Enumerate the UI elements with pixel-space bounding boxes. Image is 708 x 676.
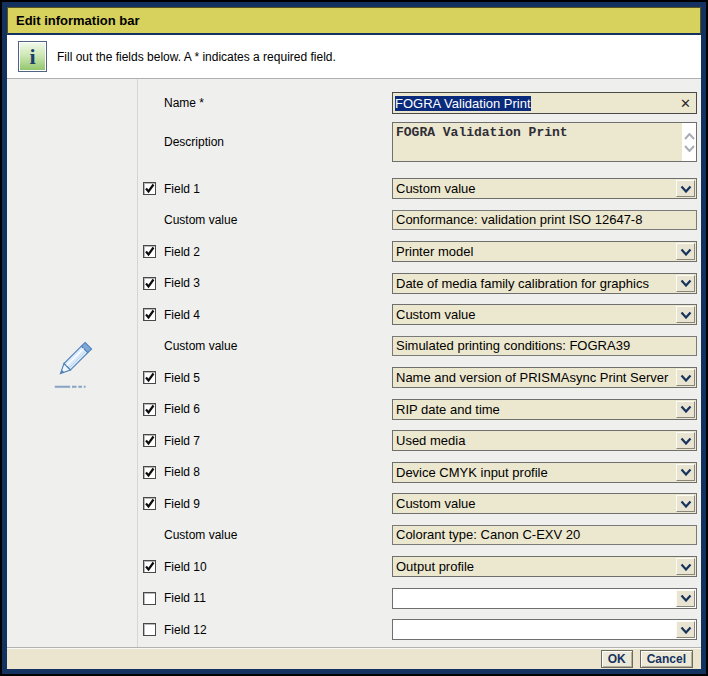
custom-value-row: Custom valueColorant type: Canon C-EXV 2… bbox=[138, 520, 701, 552]
field-4-checkbox[interactable] bbox=[143, 308, 156, 321]
scroll-up-icon[interactable] bbox=[684, 133, 695, 140]
field-12-checkbox[interactable] bbox=[143, 623, 156, 636]
field-8-checkbox[interactable] bbox=[143, 466, 156, 479]
field-7-dropdown[interactable]: Used media bbox=[392, 430, 697, 451]
dropdown-arrow-button[interactable] bbox=[676, 558, 695, 575]
field-7-checkbox[interactable] bbox=[143, 434, 156, 447]
row-label-group: Field 2 bbox=[138, 245, 392, 259]
field-6-dropdown[interactable]: RIP date and time bbox=[392, 399, 697, 420]
chevron-down-icon bbox=[680, 563, 692, 571]
name-input[interactable]: FOGRA Validation Print ✕ bbox=[392, 92, 697, 114]
field-row: Field 11 bbox=[138, 583, 701, 615]
custom-value-input[interactable]: Colorant type: Canon C-EXV 20 bbox=[392, 525, 697, 545]
dropdown-arrow-button[interactable] bbox=[676, 306, 695, 323]
custom-value-label: Custom value bbox=[164, 339, 237, 353]
pencil-icon bbox=[43, 334, 101, 396]
dropdown-arrow-button[interactable] bbox=[676, 495, 695, 512]
dropdown-arrow-button[interactable] bbox=[676, 621, 695, 638]
clear-icon[interactable]: ✕ bbox=[680, 97, 691, 110]
dropdown-value: Used media bbox=[393, 433, 676, 448]
dropdown-value: Output profile bbox=[393, 559, 676, 574]
field-6-checkbox[interactable] bbox=[143, 403, 156, 416]
custom-value-row: Custom valueSimulated printing condition… bbox=[138, 331, 701, 363]
custom-value-input[interactable]: Simulated printing conditions: FOGRA39 bbox=[392, 336, 697, 356]
dropdown-arrow-button[interactable] bbox=[676, 590, 695, 607]
field-5-dropdown[interactable]: Name and version of PRISMAsync Print Ser… bbox=[392, 367, 697, 388]
dialog-title: Edit information bar bbox=[16, 13, 140, 28]
footer-bar: OK Cancel bbox=[7, 647, 701, 669]
dropdown-arrow-button[interactable] bbox=[676, 243, 695, 260]
field-4-dropdown[interactable]: Custom value bbox=[392, 304, 697, 325]
field-5-label: Field 5 bbox=[164, 371, 200, 385]
field-2-checkbox[interactable] bbox=[143, 245, 156, 258]
row-label-group: Field 12 bbox=[138, 623, 392, 637]
field-3-label: Field 3 bbox=[164, 276, 200, 290]
dialog-titlebar: Edit information bar bbox=[7, 7, 701, 35]
field-10-checkbox[interactable] bbox=[143, 560, 156, 573]
field-row: Field 9Custom value bbox=[138, 488, 701, 520]
dropdown-value: Date of media family calibration for gra… bbox=[393, 276, 676, 291]
info-message: Fill out the fields below. A * indicates… bbox=[57, 50, 336, 64]
field-5-checkbox[interactable] bbox=[143, 371, 156, 384]
field-row: Field 7Used media bbox=[138, 425, 701, 457]
dropdown-arrow-button[interactable] bbox=[676, 275, 695, 292]
row-label-group: Field 11 bbox=[138, 591, 392, 605]
chevron-down-icon bbox=[680, 248, 692, 256]
custom-value-input[interactable]: Conformance: validation print ISO 12647-… bbox=[392, 210, 697, 230]
field-3-checkbox[interactable] bbox=[143, 277, 156, 290]
field-10-dropdown[interactable]: Output profile bbox=[392, 556, 697, 577]
dropdown-value: Custom value bbox=[393, 496, 676, 511]
row-label-group: Custom value bbox=[138, 339, 392, 353]
field-row: Field 10Output profile bbox=[138, 551, 701, 583]
field-1-checkbox[interactable] bbox=[143, 182, 156, 195]
field-7-label: Field 7 bbox=[164, 434, 200, 448]
row-label-group: Field 4 bbox=[138, 308, 392, 322]
field-11-dropdown[interactable] bbox=[392, 588, 697, 609]
field-12-dropdown[interactable] bbox=[392, 619, 697, 640]
field-3-dropdown[interactable]: Date of media family calibration for gra… bbox=[392, 273, 697, 294]
field-1-dropdown[interactable]: Custom value bbox=[392, 178, 697, 199]
form-content: Name * FOGRA Validation Print ✕ Descript… bbox=[7, 79, 701, 647]
row-label-group: Field 5 bbox=[138, 371, 392, 385]
row-label-group: Field 7 bbox=[138, 434, 392, 448]
name-row: Name * FOGRA Validation Print ✕ bbox=[138, 91, 701, 115]
chevron-down-icon bbox=[680, 468, 692, 476]
check-icon bbox=[144, 309, 155, 320]
row-label-group: Field 1 bbox=[138, 182, 392, 196]
chevron-down-icon bbox=[680, 311, 692, 319]
dropdown-value: Name and version of PRISMAsync Print Ser… bbox=[393, 370, 676, 385]
row-label-group: Custom value bbox=[138, 213, 392, 227]
cancel-button[interactable]: Cancel bbox=[640, 650, 693, 668]
description-value: FOGRA Validation Print bbox=[393, 123, 682, 161]
name-value: FOGRA Validation Print bbox=[395, 96, 680, 111]
check-icon bbox=[144, 498, 155, 509]
description-label: Description bbox=[138, 122, 392, 149]
dropdown-value: Device CMYK input profile bbox=[393, 465, 676, 480]
field-9-dropdown[interactable]: Custom value bbox=[392, 493, 697, 514]
field-11-checkbox[interactable] bbox=[143, 592, 156, 605]
dropdown-arrow-button[interactable] bbox=[676, 369, 695, 386]
dropdown-arrow-button[interactable] bbox=[676, 464, 695, 481]
ok-button[interactable]: OK bbox=[601, 650, 633, 668]
field-9-checkbox[interactable] bbox=[143, 497, 156, 510]
chevron-down-icon bbox=[680, 374, 692, 382]
field-row: Field 3Date of media family calibration … bbox=[138, 268, 701, 300]
dropdown-value: Custom value bbox=[393, 181, 676, 196]
description-scrollbar[interactable] bbox=[682, 123, 696, 161]
dropdown-arrow-button[interactable] bbox=[676, 180, 695, 197]
field-10-label: Field 10 bbox=[164, 560, 207, 574]
field-8-dropdown[interactable]: Device CMYK input profile bbox=[392, 462, 697, 483]
dropdown-arrow-button[interactable] bbox=[676, 432, 695, 449]
form-fields: Name * FOGRA Validation Print ✕ Descript… bbox=[138, 79, 701, 647]
chevron-down-icon bbox=[680, 500, 692, 508]
scroll-down-icon[interactable] bbox=[684, 145, 695, 152]
dropdown-arrow-button[interactable] bbox=[676, 401, 695, 418]
field-row: Field 4Custom value bbox=[138, 299, 701, 331]
row-label-group: Field 10 bbox=[138, 560, 392, 574]
field-8-label: Field 8 bbox=[164, 465, 200, 479]
description-textarea[interactable]: FOGRA Validation Print bbox=[392, 122, 697, 162]
field-11-label: Field 11 bbox=[164, 591, 206, 605]
check-icon bbox=[144, 246, 155, 257]
field-9-label: Field 9 bbox=[164, 497, 200, 511]
field-2-dropdown[interactable]: Printer model bbox=[392, 241, 697, 262]
